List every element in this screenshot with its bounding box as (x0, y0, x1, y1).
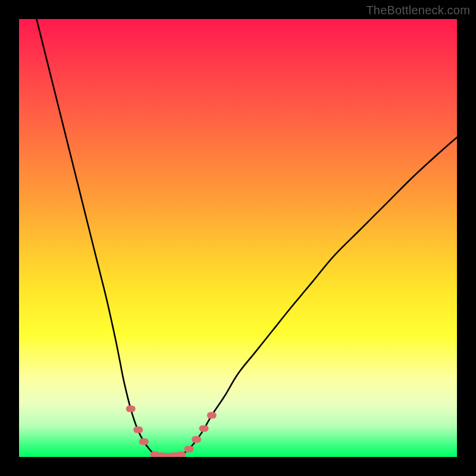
marker-point (126, 406, 136, 412)
marker-point (199, 425, 209, 432)
marker-point (192, 436, 201, 443)
plot-area (19, 19, 457, 457)
chart-stage: TheBottleneck.com (0, 0, 476, 476)
series-right-branch (181, 137, 457, 455)
series-left-branch (36, 19, 155, 455)
marker-point (139, 439, 149, 445)
marker-point (133, 427, 143, 433)
marker-layer (126, 406, 217, 457)
marker-point (207, 412, 217, 419)
marker-point (176, 452, 186, 457)
chart-svg (19, 19, 457, 457)
curve-layer (36, 19, 457, 457)
marker-point (184, 446, 194, 452)
attribution-text: TheBottleneck.com (366, 4, 470, 17)
